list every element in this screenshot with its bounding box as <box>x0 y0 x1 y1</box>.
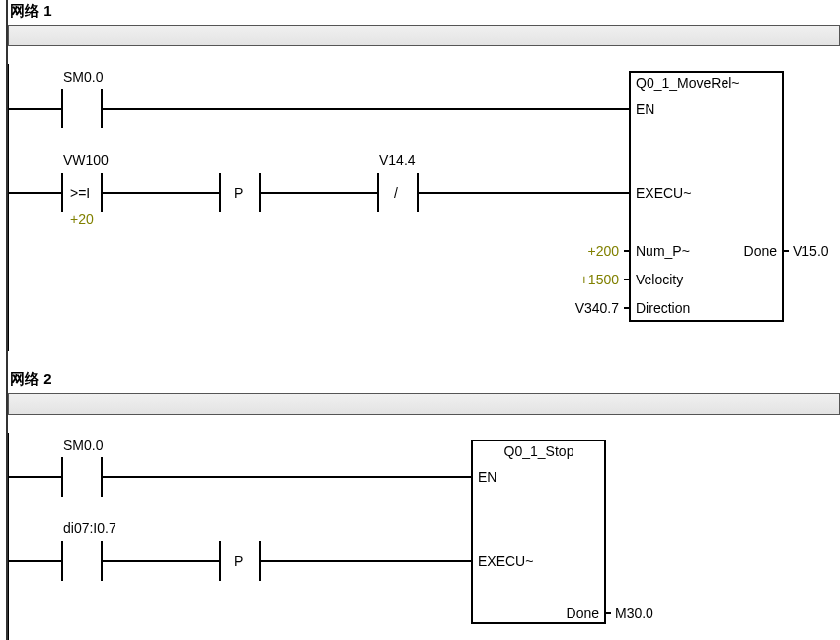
n2-block-done-val: M30.0 <box>615 605 653 621</box>
n2-r2-contact-label: di07:I0.7 <box>63 520 116 536</box>
network-2-comment-bar[interactable] <box>8 393 840 415</box>
network-1-title: 网络 1 <box>10 2 840 21</box>
n1-block-done-val: V15.0 <box>793 243 829 259</box>
n2-block-execu: EXECU~ <box>478 553 533 569</box>
n1-r2-compare-const: +20 <box>70 211 94 227</box>
network-2-diagram: SM0.0 di07:I0.7 P Q0_1_Stop EN EXECU~ Do… <box>8 433 840 640</box>
n1-block-done-label: Done <box>744 243 778 259</box>
n2-r2-pulse-label: P <box>234 553 243 569</box>
n1-block-velocity-label: Velocity <box>636 272 683 287</box>
n1-block-direction-label: Direction <box>636 300 690 316</box>
n1-r2-nc-slash: / <box>394 185 398 200</box>
n2-r1-contact-label: SM0.0 <box>63 438 104 453</box>
n1-block-velocity-val: +1500 <box>580 272 620 287</box>
n1-block-en: EN <box>636 101 654 117</box>
svg-rect-32 <box>472 440 605 623</box>
n1-block-title: Q0_1_MoveRel~ <box>636 75 739 91</box>
n1-block-direction-val: V340.7 <box>575 300 620 316</box>
network-1: 网络 1 SM0.0 VW100 <box>8 0 840 351</box>
network-2-title: 网络 2 <box>10 370 840 389</box>
n2-block-en: EN <box>478 469 496 485</box>
n1-r1-contact-label: SM0.0 <box>63 69 104 85</box>
network-1-diagram: SM0.0 VW100 >=I +20 P <box>8 64 840 351</box>
network-1-comment-bar[interactable] <box>8 25 840 46</box>
n1-r2-nc-label: V14.4 <box>379 152 416 168</box>
n1-r2-pulse-label: P <box>234 185 243 200</box>
network-2: 网络 2 SM0.0 di07:I0.7 P <box>8 368 840 640</box>
n2-block-title: Q0_1_Stop <box>504 443 574 459</box>
n1-r2-compare-op: >=I <box>70 185 90 200</box>
n2-block-done-label: Done <box>567 605 600 621</box>
n1-block-nump-label: Num_P~ <box>636 243 690 259</box>
n1-r2-compare-label: VW100 <box>63 152 109 168</box>
n1-block-nump-val: +200 <box>587 243 619 259</box>
n1-block-execu: EXECU~ <box>636 185 691 200</box>
